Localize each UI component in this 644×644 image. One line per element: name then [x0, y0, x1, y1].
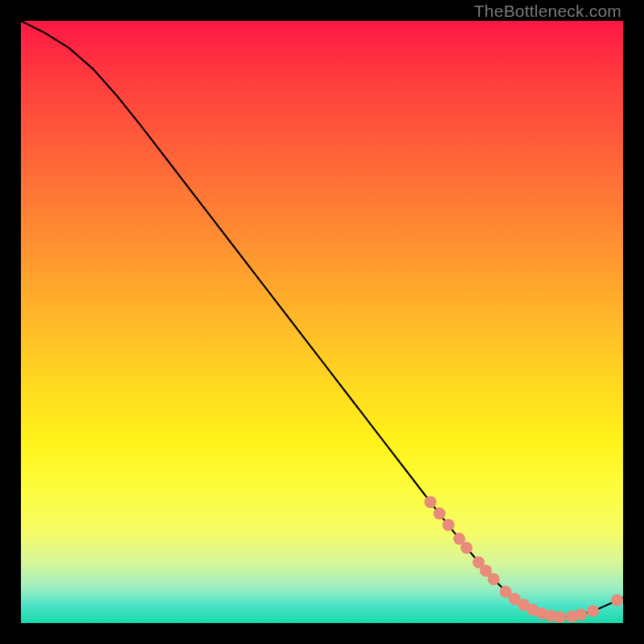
curve-marker [488, 573, 500, 585]
curve-marker [587, 605, 599, 617]
curve-marker [424, 496, 436, 508]
chart-stage: TheBottleneck.com [0, 0, 644, 644]
curve-marker [611, 594, 623, 606]
chart-svg [21, 21, 623, 623]
curve-markers [424, 496, 623, 623]
watermark-label: TheBottleneck.com [474, 2, 621, 21]
curve-marker [575, 609, 587, 621]
curve-marker [433, 507, 445, 519]
curve-marker [460, 542, 473, 554]
plot-area [21, 21, 623, 623]
curve-marker [554, 611, 566, 623]
curve-marker [443, 519, 455, 531]
bottleneck-curve [21, 21, 623, 617]
